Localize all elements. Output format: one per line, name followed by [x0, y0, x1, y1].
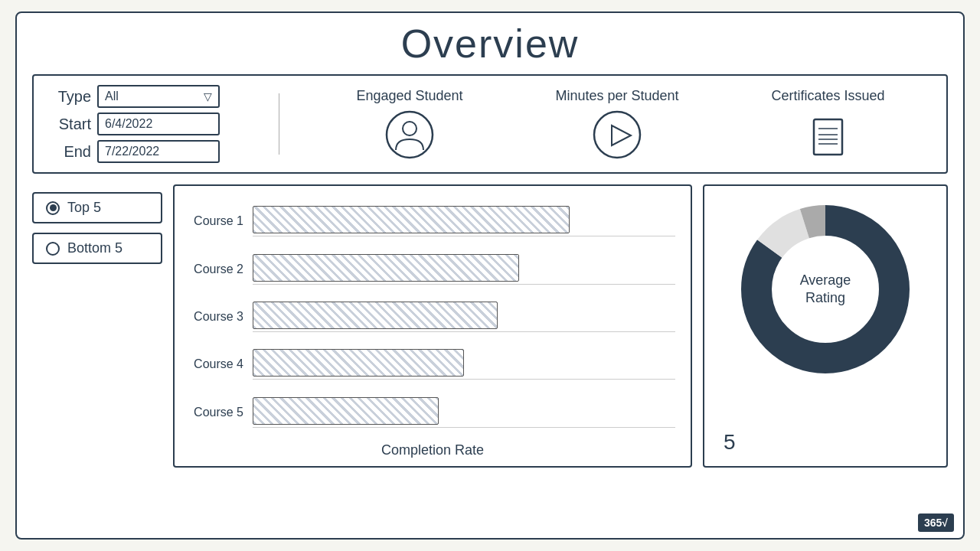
- play-icon: [593, 110, 642, 160]
- course1-label: Course 1: [190, 214, 243, 228]
- course3-label: Course 3: [190, 310, 243, 324]
- course5-label: Course 5: [190, 406, 243, 419]
- top5-radio[interactable]: Top 5: [32, 192, 162, 223]
- svg-point-1: [403, 122, 416, 135]
- bottom-section: Top 5 Bottom 5 Course 1 Course 2: [32, 184, 948, 468]
- completion-rate-title: Completion Rate: [190, 436, 675, 458]
- bottom5-radio[interactable]: Bottom 5: [32, 233, 162, 264]
- course4-bar: [253, 349, 464, 377]
- course2-bar: [253, 254, 519, 282]
- page-title: Overview: [32, 21, 948, 67]
- metrics-panel: Engaged Student Minutes per Student Cert…: [310, 88, 931, 160]
- course1-bar: [253, 206, 570, 233]
- table-row: Course 3: [190, 302, 675, 332]
- course2-track: [253, 254, 675, 285]
- type-label: Type: [49, 88, 91, 106]
- certificates-issued-label: Certificates Issued: [771, 88, 884, 104]
- average-rating-panel: AverageRating 5: [703, 184, 948, 468]
- course3-track: [253, 302, 675, 332]
- top-section: Type All ▽ Start 6/4/2022 End 7/22/2022: [32, 74, 948, 174]
- completion-rate-chart: Course 1 Course 2 Course 3: [173, 184, 692, 468]
- table-row: Course 1: [190, 206, 675, 236]
- end-date-value: 7/22/2022: [105, 145, 159, 158]
- dashboard: Overview Type All ▽ Start 6/4/2022 End 7…: [15, 11, 965, 540]
- bars-area: Course 1 Course 2 Course 3: [190, 197, 675, 436]
- average-rating-value: 5: [716, 430, 736, 455]
- course5-track: [253, 397, 675, 428]
- minutes-per-student-metric: Minutes per Student: [555, 88, 678, 160]
- type-filter-row: Type All ▽: [49, 85, 248, 108]
- start-date-input[interactable]: 6/4/2022: [97, 112, 220, 135]
- engaged-student-label: Engaged Student: [356, 88, 462, 104]
- top5-radio-circle: [46, 201, 60, 215]
- svg-marker-3: [612, 126, 631, 145]
- table-row: Course 5: [190, 397, 675, 428]
- type-value: All: [105, 90, 119, 103]
- bottom5-radio-circle: [46, 242, 60, 256]
- filters-panel: Type All ▽ Start 6/4/2022 End 7/22/2022: [49, 85, 248, 163]
- svg-point-2: [594, 112, 640, 158]
- svg-rect-4: [814, 119, 842, 155]
- start-label: Start: [49, 116, 91, 133]
- end-filter-row: End 7/22/2022: [49, 140, 248, 163]
- left-panel: Top 5 Bottom 5: [32, 184, 162, 468]
- top5-label: Top 5: [67, 200, 101, 216]
- course2-label: Course 2: [190, 262, 243, 276]
- end-label: End: [49, 143, 91, 161]
- chevron-down-icon: ▽: [204, 90, 212, 103]
- minutes-per-student-label: Minutes per Student: [555, 88, 678, 104]
- table-row: Course 2: [190, 254, 675, 285]
- type-dropdown[interactable]: All ▽: [97, 85, 220, 108]
- table-row: Course 4: [190, 349, 675, 380]
- logo: 365√: [918, 514, 954, 532]
- certificate-icon: [803, 110, 853, 160]
- certificates-issued-metric: Certificates Issued: [771, 88, 884, 160]
- course1-track: [253, 206, 675, 236]
- course4-track: [253, 349, 675, 380]
- engaged-student-metric: Engaged Student: [356, 88, 462, 160]
- end-date-input[interactable]: 7/22/2022: [97, 140, 220, 163]
- vertical-divider: [279, 93, 279, 155]
- course4-label: Course 4: [190, 357, 243, 371]
- start-filter-row: Start 6/4/2022: [49, 112, 248, 135]
- person-icon: [385, 110, 435, 160]
- course3-bar: [253, 302, 498, 329]
- average-rating-label: AverageRating: [800, 272, 851, 308]
- course5-bar: [253, 397, 439, 425]
- start-date-value: 6/4/2022: [105, 117, 152, 131]
- donut-chart: AverageRating: [733, 197, 917, 381]
- bottom5-label: Bottom 5: [67, 240, 122, 256]
